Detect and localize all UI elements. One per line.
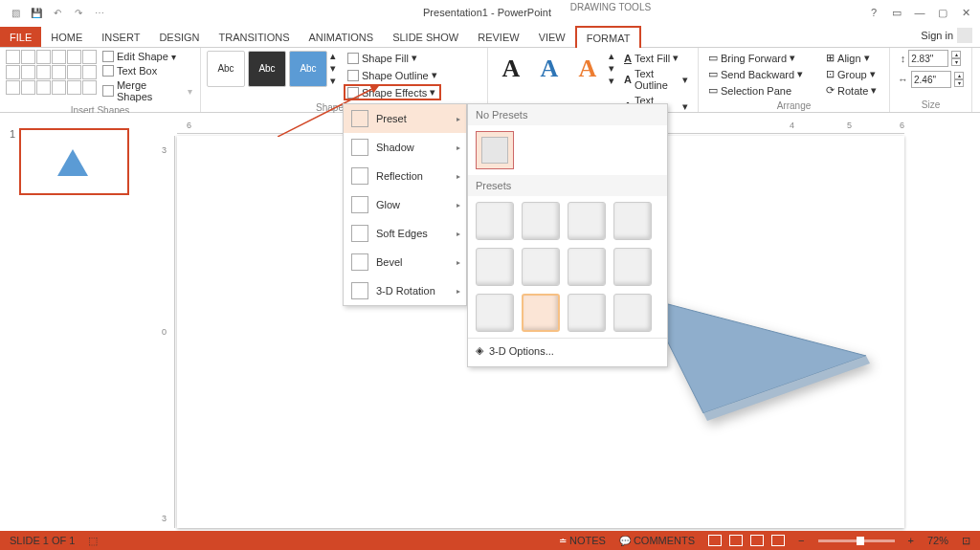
zoom-level[interactable]: 72% <box>927 535 948 546</box>
merge-icon <box>102 85 114 97</box>
group-button[interactable]: ⊡ Group ▾ <box>822 66 880 82</box>
zoom-slider[interactable] <box>818 539 895 542</box>
avatar-icon <box>957 28 972 43</box>
wa-up-icon[interactable]: ▴ <box>609 50 614 62</box>
shape-outline-button[interactable]: Shape Outline ▾ <box>344 67 441 83</box>
bucket-icon <box>347 53 359 64</box>
slide-panel[interactable]: 1 <box>0 121 144 531</box>
close-icon[interactable]: ✕ <box>959 6 972 19</box>
preset-6[interactable] <box>522 248 560 286</box>
normal-view-icon[interactable] <box>708 535 722 546</box>
tab-home[interactable]: HOME <box>41 27 92 47</box>
menu-shadow[interactable]: Shadow▸ <box>344 133 466 162</box>
sorter-view-icon[interactable] <box>729 535 743 546</box>
comments-button[interactable]: 💬 COMMENTS <box>619 535 695 546</box>
triangle-shape[interactable] <box>646 279 876 425</box>
preset-5[interactable] <box>476 248 514 286</box>
shape-gallery[interactable] <box>6 50 97 103</box>
tab-slideshow[interactable]: SLIDE SHOW <box>383 27 468 47</box>
no-presets-header: No Presets <box>468 104 667 125</box>
menu-3d-rotation[interactable]: 3-D Rotation▸ <box>344 276 466 305</box>
ribbon-toggle-icon[interactable]: ▭ <box>890 6 903 19</box>
menu-glow[interactable]: Glow▸ <box>344 190 466 219</box>
height-input[interactable]: ↕▴▾ <box>901 50 962 67</box>
save-icon[interactable]: 💾 <box>29 5 44 20</box>
preset-10[interactable] <box>522 294 560 332</box>
preset-9[interactable] <box>476 294 514 332</box>
rotate-button[interactable]: ⟳ Rotate ▾ <box>822 82 880 99</box>
thumbnail-preview <box>19 128 129 195</box>
preset-12[interactable] <box>613 294 652 332</box>
wordart-gallery[interactable]: AAA ▴▾▾ <box>494 50 614 87</box>
width-input[interactable]: ↔▴▾ <box>898 71 964 88</box>
menu-preset[interactable]: Preset▸ <box>344 104 466 133</box>
gallery-up-icon[interactable]: ▴ <box>330 50 336 62</box>
signin[interactable]: Sign in <box>913 24 980 47</box>
text-outline-button[interactable]: A Text Outline ▾ <box>620 66 692 93</box>
redo-icon[interactable]: ↷ <box>71 5 86 20</box>
edit-shape-button[interactable]: Edit Shape ▾ <box>100 50 194 63</box>
fit-window-icon[interactable]: ⊡ <box>962 535 970 547</box>
reading-view-icon[interactable] <box>750 535 764 546</box>
text-box-button[interactable]: Text Box <box>100 64 194 77</box>
style-preview-3[interactable]: Abc <box>289 51 327 87</box>
qat-more-icon[interactable]: ⋯ <box>92 5 107 20</box>
style-preview-1[interactable]: Abc <box>207 51 245 87</box>
title-bar: ▧ 💾 ↶ ↷ ⋯ Presentation1 - PowerPoint ? ▭… <box>0 0 980 25</box>
tab-file[interactable]: FILE <box>0 27 41 47</box>
tab-design[interactable]: DESIGN <box>149 27 209 47</box>
ruler-vertical: 303 <box>162 136 175 528</box>
tab-format[interactable]: FORMAT <box>575 26 642 48</box>
preset-2[interactable] <box>522 202 560 240</box>
undo-icon[interactable]: ↶ <box>50 5 65 20</box>
width-icon: ↔ <box>898 74 908 85</box>
context-tab-header: DRAWING TOOLS <box>568 2 654 12</box>
preset-8[interactable] <box>613 248 652 286</box>
zoom-out-icon[interactable]: − <box>798 535 804 546</box>
gallery-down-icon[interactable]: ▾ <box>330 62 336 75</box>
menu-reflection[interactable]: Reflection▸ <box>344 162 466 190</box>
shape-effects-menu: Preset▸ Shadow▸ Reflection▸ Glow▸ Soft E… <box>343 103 467 306</box>
preset-1[interactable] <box>476 202 514 240</box>
language-indicator[interactable]: ⬚ <box>88 535 98 547</box>
pencil-icon <box>347 70 359 81</box>
preset-7[interactable] <box>568 248 606 286</box>
tab-view[interactable]: VIEW <box>529 27 575 47</box>
tab-animations[interactable]: ANIMATIONS <box>300 27 384 47</box>
menu-bevel[interactable]: Bevel▸ <box>344 248 466 276</box>
wa-down-icon[interactable]: ▾ <box>609 62 614 75</box>
ppt-icon: ▧ <box>8 5 23 20</box>
minimize-icon[interactable]: — <box>913 6 926 19</box>
style-preview-2[interactable]: Abc <box>248 51 286 87</box>
preset-4[interactable] <box>613 202 652 240</box>
merge-shapes-button[interactable]: Merge Shapes ▾ <box>100 78 194 103</box>
send-backward-button[interactable]: ▭ Send Backward ▾ <box>704 66 807 82</box>
zoom-in-icon[interactable]: + <box>908 535 914 546</box>
group-insert-shapes: Edit Shape ▾ Text Box Merge Shapes ▾ Ins… <box>0 48 201 112</box>
tab-review[interactable]: REVIEW <box>468 27 528 47</box>
tab-transitions[interactable]: TRANSITIONS <box>210 27 300 47</box>
maximize-icon[interactable]: ▢ <box>936 6 949 19</box>
preset-11[interactable] <box>568 294 606 332</box>
wa-more-icon[interactable]: ▾ <box>609 75 614 87</box>
slide-number: 1 <box>10 128 15 195</box>
slide-thumbnail-1[interactable]: 1 <box>10 128 134 195</box>
group-arrange: ▭ Bring Forward ▾ ▭ Send Backward ▾ ▭ Se… <box>699 48 890 112</box>
3d-options-button[interactable]: ◈3-D Options... <box>468 338 667 363</box>
tab-bar: FILE HOME INSERT DESIGN TRANSITIONS ANIM… <box>0 25 980 48</box>
align-button[interactable]: ⊞ Align ▾ <box>822 50 880 66</box>
tab-insert[interactable]: INSERT <box>92 27 149 47</box>
text-fill-button[interactable]: A Text Fill ▾ <box>620 50 692 66</box>
selection-pane-button[interactable]: ▭ Selection Pane <box>704 82 807 99</box>
preset-3[interactable] <box>568 202 606 240</box>
bring-forward-button[interactable]: ▭ Bring Forward ▾ <box>704 50 807 66</box>
help-icon[interactable]: ? <box>867 6 880 19</box>
preset-none[interactable] <box>476 131 514 169</box>
menu-soft-edges[interactable]: Soft Edges▸ <box>344 219 466 248</box>
shape-fill-button[interactable]: Shape Fill ▾ <box>344 50 441 66</box>
shape-style-gallery[interactable]: Abc Abc Abc ▴▾▾ <box>207 50 336 87</box>
edit-shape-icon <box>102 51 114 62</box>
notes-button[interactable]: ≐ NOTES <box>559 535 606 546</box>
signin-label: Sign in <box>921 30 953 41</box>
slideshow-view-icon[interactable] <box>771 535 785 546</box>
